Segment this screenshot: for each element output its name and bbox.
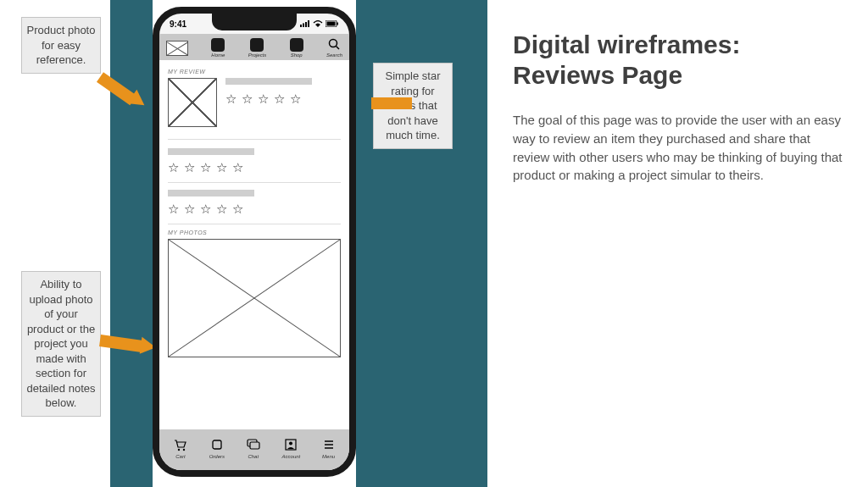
star-icon[interactable]: ☆ [258,91,269,107]
review-title-placeholder [225,78,312,85]
star-rating-2[interactable]: ☆ ☆ ☆ ☆ ☆ [168,160,341,175]
status-time: 9:41 [170,19,186,29]
slide-paragraph: The goal of this page was to provide the… [513,111,843,185]
phone-notch [212,14,297,30]
star-icon[interactable]: ☆ [184,202,195,217]
slide-heading: Digital wireframes: Reviews Page [513,30,843,91]
nav-home-label: Home [211,53,225,58]
star-rating-1[interactable]: ☆ ☆ ☆ ☆ ☆ [225,91,341,107]
phone-stage: 9:41 Home Projects [153,7,356,481]
bottom-nav: Cart Orders Chat Account [159,429,349,470]
svg-rect-1 [303,23,304,27]
callout-product-photo: Product photo for easy reference. [21,17,101,74]
rating-label-placeholder [168,190,254,196]
chat-icon [247,439,260,454]
bottomnav-orders-label: Orders [209,454,225,459]
bottomnav-orders[interactable]: Orders [209,439,225,459]
teal-band-left [110,0,153,487]
cart-icon [174,439,187,454]
svg-point-12 [183,449,185,451]
bottomnav-menu-label: Menu [322,454,335,459]
section-my-photos: MY PHOTOS [168,230,341,235]
review-row: ☆ ☆ ☆ ☆ ☆ [168,78,341,127]
svg-point-11 [178,449,180,451]
star-icon[interactable]: ☆ [290,91,301,107]
callout-upload-photo: Ability to upload photo of your product … [21,271,101,417]
nav-search-label: Search [326,53,342,58]
star-icon[interactable]: ☆ [274,91,285,107]
svg-rect-6 [337,22,339,25]
bottomnav-chat-label: Chat [248,454,259,459]
svg-rect-5 [327,21,336,25]
search-icon [326,38,342,53]
phone-content: MY REVIEW ☆ ☆ ☆ ☆ ☆ ☆ [159,60,349,433]
bottomnav-account[interactable]: Account [282,439,301,459]
star-icon[interactable]: ☆ [184,160,195,175]
home-icon [211,38,225,52]
star-icon[interactable]: ☆ [216,160,227,175]
projects-icon [250,38,264,52]
bottomnav-cart-label: Cart [175,454,185,459]
star-icon[interactable]: ☆ [168,160,179,175]
rating-block-3: ☆ ☆ ☆ ☆ ☆ [168,183,341,224]
nav-shop[interactable]: Shop [290,38,303,58]
menu-icon [322,439,335,454]
orders-icon [209,439,225,454]
nav-home[interactable]: Home [211,38,225,58]
signal-icon [300,19,310,29]
star-icon[interactable]: ☆ [232,160,243,175]
logo-placeholder[interactable] [166,41,188,56]
bottomnav-cart[interactable]: Cart [174,439,187,459]
nav-projects-label: Projects [248,53,267,58]
bottomnav-menu[interactable]: Menu [322,439,335,459]
shop-icon [290,38,303,52]
product-thumbnail[interactable] [168,78,217,127]
svg-rect-0 [300,25,302,27]
svg-rect-15 [250,442,259,449]
star-icon[interactable]: ☆ [200,160,211,175]
star-icon[interactable]: ☆ [225,91,236,107]
svg-line-8 [337,47,340,50]
nav-search[interactable]: Search [326,38,342,58]
svg-rect-3 [308,20,309,27]
bottomnav-account-label: Account [282,454,301,459]
star-icon[interactable]: ☆ [216,202,227,217]
photo-upload-placeholder[interactable] [168,239,341,357]
svg-point-17 [289,442,292,445]
phone-frame: 9:41 Home Projects [153,7,356,477]
status-icons [300,19,339,29]
star-icon[interactable]: ☆ [242,91,253,107]
bottomnav-chat[interactable]: Chat [247,439,260,459]
rating-label-placeholder [168,148,254,155]
star-icon[interactable]: ☆ [168,202,179,217]
section-my-review: MY REVIEW [168,69,341,75]
svg-rect-13 [213,440,221,449]
top-nav: Home Projects Shop Search [159,34,349,60]
rating-block-2: ☆ ☆ ☆ ☆ ☆ [168,139,341,183]
battery-icon [326,19,339,29]
svg-point-7 [330,40,337,47]
nav-shop-label: Shop [291,53,303,58]
account-icon [282,439,301,454]
nav-projects[interactable]: Projects [248,38,267,58]
star-icon[interactable]: ☆ [232,202,243,217]
wifi-icon [313,19,323,29]
slide-text: Digital wireframes: Reviews Page The goa… [513,30,843,185]
star-rating-3[interactable]: ☆ ☆ ☆ ☆ ☆ [168,202,341,217]
svg-rect-2 [305,22,307,27]
star-icon[interactable]: ☆ [200,202,211,217]
